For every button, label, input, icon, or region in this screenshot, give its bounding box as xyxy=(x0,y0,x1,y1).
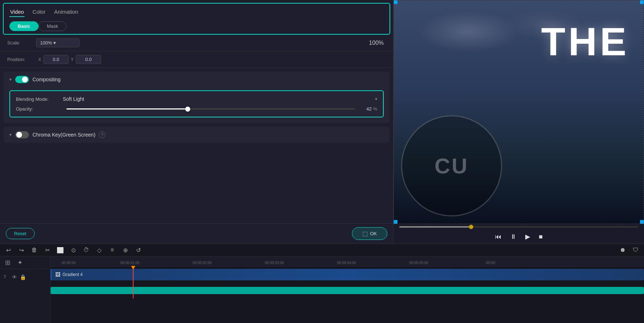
audio-icon[interactable]: ⊕ xyxy=(121,246,129,254)
subtab-basic[interactable]: Basic xyxy=(9,21,39,31)
clip-name: Gradient 4 xyxy=(62,272,83,277)
chroma-title: Chroma Key(Green Screen) xyxy=(32,132,95,138)
track-number: 7 xyxy=(4,275,6,280)
position-label: Position: xyxy=(7,57,36,62)
scale-percent: 100% xyxy=(369,40,384,46)
timeline-toolbar: ↩ ↪ 🗑 ✂ ⬜ ⊙ ⏱ ◇ ≡ ⊕ ↺ ⏺ 🛡 xyxy=(0,244,644,257)
content-area: Scale: 100% ▾ 100% Position: X Y ▾ Compo… xyxy=(0,35,393,223)
record-icon[interactable]: ⏺ xyxy=(619,246,627,254)
y-input[interactable] xyxy=(76,55,101,64)
chroma-help-icon[interactable]: ? xyxy=(99,132,105,138)
tab-video[interactable]: Video xyxy=(9,7,25,17)
timeline-area: ↩ ↪ 🗑 ✂ ⬜ ⊙ ⏱ ◇ ≡ ⊕ ↺ ⏺ 🛡 ⊞ ✦ 7 👁 🔒 xyxy=(0,244,644,323)
play-button[interactable]: ▶ xyxy=(525,233,530,241)
timeline-add-buttons: ⊞ ✦ xyxy=(0,257,50,269)
delete-icon[interactable]: 🗑 xyxy=(30,246,38,254)
compositing-header[interactable]: ▾ Compositing xyxy=(4,72,390,87)
step-back-button[interactable]: ⏮ xyxy=(495,233,501,241)
x-input[interactable] xyxy=(43,55,69,64)
blending-value: Soft Light xyxy=(63,96,84,102)
gradient-clip[interactable]: 🖼 Gradient 4 xyxy=(51,269,644,280)
subtab-mask[interactable]: Mask xyxy=(39,21,66,31)
preview-slider-fill xyxy=(399,226,471,228)
ok-button[interactable]: ⬚ OK xyxy=(352,227,387,240)
compositing-section: ▾ Compositing Blending Mode: Soft Light … xyxy=(4,72,390,123)
top-tabs: Video Color Animation xyxy=(9,7,384,19)
shield-icon[interactable]: 🛡 xyxy=(632,246,640,254)
chroma-toggle[interactable] xyxy=(15,131,29,138)
opacity-slider[interactable] xyxy=(66,108,355,109)
blending-label: Blending Mode: xyxy=(16,96,63,102)
position-row: Position: X Y xyxy=(0,51,393,68)
chroma-key-header[interactable]: ▾ Chroma Key(Green Screen) ? xyxy=(4,127,390,143)
playhead[interactable] xyxy=(133,267,134,298)
compositing-title: Compositing xyxy=(32,77,61,82)
rotate-icon[interactable]: ↺ xyxy=(134,246,142,254)
corner-handle-br[interactable] xyxy=(640,220,644,224)
ruler-time-2: 00:00:02:00 xyxy=(193,261,212,265)
ruler-time-1: 00:00:01:00 xyxy=(121,261,140,265)
cut-icon[interactable]: ✂ xyxy=(43,246,51,254)
stop-button[interactable]: ■ xyxy=(539,233,543,241)
undo-icon[interactable]: ↩ xyxy=(4,246,12,254)
track-controls: 7 👁 🔒 xyxy=(0,269,50,285)
y-label: Y xyxy=(71,57,74,62)
add-keyframe-button[interactable]: ✦ xyxy=(15,258,25,267)
ok-label: OK xyxy=(370,231,377,236)
blending-mode-row: Blending Mode: Soft Light ▾ xyxy=(16,96,377,102)
add-media-button[interactable]: ⊞ xyxy=(3,258,12,267)
blending-select-wrapper[interactable]: Soft Light ▾ xyxy=(63,96,377,102)
blending-arrow-icon: ▾ xyxy=(375,96,377,102)
tab-animation[interactable]: Animation xyxy=(53,7,79,17)
main-area: Video Color Animation Basic Mask Scale: … xyxy=(0,0,644,244)
bottom-bar: Reset ⬚ OK xyxy=(0,223,393,244)
scale-label: Scale: xyxy=(7,40,36,46)
adjust-icon[interactable]: ≡ xyxy=(108,246,116,254)
chroma-key-section: ▾ Chroma Key(Green Screen) ? xyxy=(4,127,390,143)
timeline-right-panel: 00:00:00 00:00:01:00 00:00:02:00 00:00:0… xyxy=(51,257,644,323)
crop-icon[interactable]: ⬜ xyxy=(56,246,64,254)
ruler-time-3: 00:00:03:00 xyxy=(265,261,284,265)
corner-handle-bl[interactable] xyxy=(394,220,397,224)
cursor-icon: ⬚ xyxy=(362,230,368,237)
preview-area: THE CU xyxy=(393,0,644,224)
opacity-unit: % xyxy=(373,106,377,112)
timeline-tracks: 🖼 Gradient 4 xyxy=(51,267,644,298)
loop-icon[interactable]: ⊙ xyxy=(69,246,77,254)
playback-controls: ⏮ ⏸ ▶ ■ xyxy=(393,230,644,244)
preview-circle-text: CU xyxy=(435,154,469,178)
opacity-label: Opacity: xyxy=(16,106,63,112)
stabilize-icon[interactable]: ◇ xyxy=(95,246,103,254)
speed-icon[interactable]: ⏱ xyxy=(82,246,90,254)
right-panel: THE CU ⏮ ⏸ ▶ ■ xyxy=(393,0,644,244)
opacity-slider-thumb[interactable] xyxy=(185,107,190,112)
pause-button[interactable]: ⏸ xyxy=(510,233,517,241)
reset-button[interactable]: Reset xyxy=(6,228,35,239)
compositing-toggle[interactable] xyxy=(15,76,29,83)
tabs-container: Video Color Animation Basic Mask xyxy=(3,3,390,35)
sub-tabs: Basic Mask xyxy=(9,19,384,34)
preview-slider-thumb[interactable] xyxy=(469,225,473,229)
playhead-triangle xyxy=(131,266,135,270)
corner-handle-tr[interactable] xyxy=(640,0,644,4)
scale-dropdown[interactable]: 100% ▾ xyxy=(36,38,79,47)
ruler-time-4: 00:00:04:00 xyxy=(337,261,356,265)
ruler-time-6: 00:00: xyxy=(486,261,496,265)
track-row-gradient: 🖼 Gradient 4 xyxy=(51,267,644,283)
clip-icon: 🖼 xyxy=(55,272,60,277)
chroma-chevron: ▾ xyxy=(9,132,12,137)
scale-row: Scale: 100% ▾ 100% xyxy=(0,35,393,51)
tab-color[interactable]: Color xyxy=(32,7,46,17)
corner-handle-tl[interactable] xyxy=(394,0,397,4)
opacity-value: 42 xyxy=(359,106,371,112)
preview-seek-slider[interactable] xyxy=(399,226,638,228)
eye-icon[interactable]: 👁 xyxy=(12,274,17,280)
preview-circle: CU xyxy=(401,115,502,216)
left-panel: Video Color Animation Basic Mask Scale: … xyxy=(0,0,393,244)
teal-clip[interactable] xyxy=(51,287,644,294)
opacity-row: Opacity: 42 % xyxy=(16,106,377,112)
ruler-time-0: 00:00:00 xyxy=(62,261,76,265)
lock-icon[interactable]: 🔒 xyxy=(20,274,26,280)
track-row-teal xyxy=(51,283,644,298)
redo-icon[interactable]: ↪ xyxy=(17,246,25,254)
